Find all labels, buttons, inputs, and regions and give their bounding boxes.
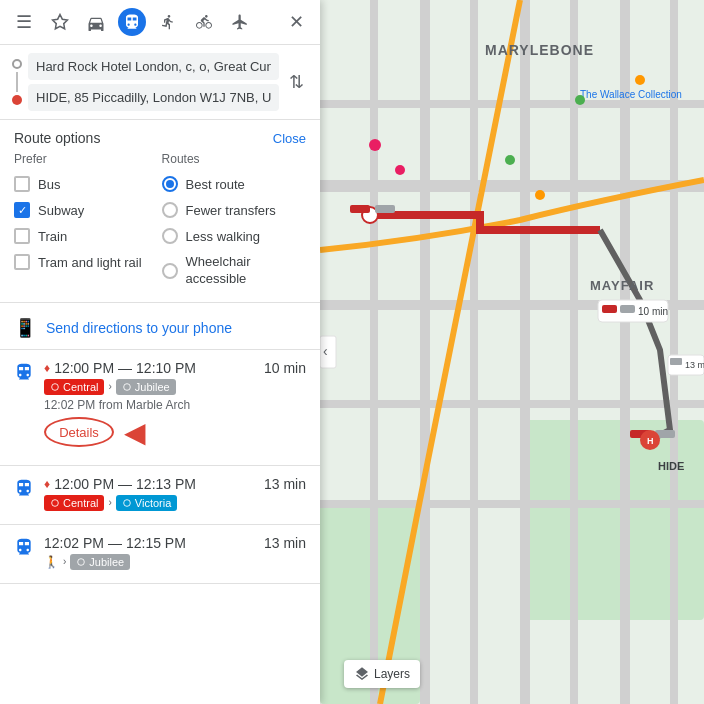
send-directions-button[interactable]: 📱 Send directions to your phone <box>0 307 320 350</box>
map-area: HIDE 10 min 13 m MARYLEBONE MAYFAIR The … <box>320 0 704 704</box>
svg-point-4 <box>123 499 130 506</box>
best-route-label: Best route <box>186 177 245 192</box>
inputs-area: ⇅ <box>0 45 320 120</box>
fewer-transfers-row[interactable]: Fewer transfers <box>162 202 276 218</box>
details-button[interactable]: Details <box>44 417 114 447</box>
map-time-label-2: 13 m <box>685 360 704 370</box>
send-directions-label: Send directions to your phone <box>46 320 232 336</box>
destination-input[interactable] <box>28 84 279 111</box>
svg-text:‹: ‹ <box>323 343 328 359</box>
route-item-2[interactable]: ♦ 12:00 PM — 12:13 PM 13 min Central › V… <box>0 466 320 525</box>
transit-route-icon-3 <box>14 537 34 562</box>
prefer-subway-checkbox[interactable] <box>14 202 30 218</box>
central-line-badge-1: Central <box>44 379 104 395</box>
route-times-2: ♦ 12:00 PM — 12:13 PM <box>44 476 196 492</box>
fewer-transfers-radio[interactable] <box>162 202 178 218</box>
prefer-tram-label: Tram and light rail <box>38 255 142 270</box>
diamond-icon-1: ♦ <box>44 361 50 375</box>
route-depart-1: 12:00 PM <box>54 360 114 376</box>
svg-point-2 <box>123 383 130 390</box>
layers-label: Layers <box>374 667 410 681</box>
explore-icon[interactable] <box>46 8 74 36</box>
route-duration-1: 10 min <box>264 360 306 376</box>
drive-icon[interactable] <box>82 8 110 36</box>
line-arrow-3a: › <box>63 556 66 567</box>
jubilee-line-badge-3: Jubilee <box>70 554 130 570</box>
svg-point-38 <box>535 190 545 200</box>
svg-rect-22 <box>350 205 370 213</box>
dest-dot <box>12 95 22 105</box>
svg-point-5 <box>78 558 85 565</box>
svg-point-1 <box>52 383 59 390</box>
route-lines-2: Central › Victoria <box>44 495 306 511</box>
flight-icon[interactable] <box>226 8 254 36</box>
best-route-row[interactable]: Best route <box>162 176 276 192</box>
svg-point-35 <box>505 155 515 165</box>
svg-rect-23 <box>375 205 395 213</box>
route-dash-1: — <box>118 360 132 376</box>
route-info-2: ♦ 12:00 PM — 12:13 PM 13 min Central › V… <box>44 476 306 514</box>
svg-rect-18 <box>470 0 478 704</box>
layers-button[interactable]: Layers <box>344 660 420 688</box>
svg-rect-29 <box>602 305 617 313</box>
route-times-1: ♦ 12:00 PM — 12:10 PM <box>44 360 196 376</box>
svg-text:HIDE: HIDE <box>658 460 684 472</box>
prefer-label: Prefer <box>14 152 142 166</box>
route-lines-3: 🚶 › Jubilee <box>44 554 306 570</box>
prefer-subway-row[interactable]: Subway <box>14 202 142 218</box>
prefer-train-row[interactable]: Train <box>14 228 142 244</box>
route-item-1[interactable]: ♦ 12:00 PM — 12:10 PM 10 min Central › J… <box>0 350 320 466</box>
route-dash-2: — <box>118 476 132 492</box>
origin-input[interactable] <box>28 53 279 80</box>
svg-point-36 <box>575 95 585 105</box>
svg-point-33 <box>369 139 381 151</box>
best-route-radio[interactable] <box>162 176 178 192</box>
route-depart-3: 12:02 PM <box>44 535 104 551</box>
options-grid: Prefer Bus Subway Train Tram and light r… <box>0 152 320 298</box>
less-walking-radio[interactable] <box>162 228 178 244</box>
walk-icon[interactable] <box>154 8 182 36</box>
route-dash-3: — <box>108 535 122 551</box>
route-options-header: Route options Close <box>0 120 320 152</box>
route-arrive-3: 12:15 PM <box>126 535 186 551</box>
prefer-tram-row[interactable]: Tram and light rail <box>14 254 142 270</box>
route-line <box>16 72 18 92</box>
details-container: Details ◀ <box>44 416 306 449</box>
svg-rect-32 <box>670 358 682 365</box>
less-walking-row[interactable]: Less walking <box>162 228 276 244</box>
prefer-tram-checkbox[interactable] <box>14 254 30 270</box>
fewer-transfers-label: Fewer transfers <box>186 203 276 218</box>
route-time-row-3: 12:02 PM — 12:15 PM 13 min <box>44 535 306 551</box>
menu-icon[interactable]: ☰ <box>10 8 38 36</box>
inputs-fields <box>28 53 279 111</box>
prefer-bus-row[interactable]: Bus <box>14 176 142 192</box>
prefer-bus-checkbox[interactable] <box>14 176 30 192</box>
route-arrive-1: 12:10 PM <box>136 360 196 376</box>
transit-icon[interactable] <box>118 8 146 36</box>
route-lines-1: Central › Jubilee <box>44 379 306 395</box>
victoria-line-badge-2: Victoria <box>116 495 177 511</box>
route-arrive-2: 12:13 PM <box>136 476 196 492</box>
prefer-subway-label: Subway <box>38 203 84 218</box>
close-nav-icon[interactable]: ✕ <box>282 8 310 36</box>
route-depart-2: 12:00 PM <box>54 476 114 492</box>
wheelchair-radio[interactable] <box>162 263 178 279</box>
close-options-button[interactable]: Close <box>273 131 306 146</box>
less-walking-label: Less walking <box>186 229 260 244</box>
swap-button[interactable]: ⇅ <box>285 67 308 97</box>
prefer-train-checkbox[interactable] <box>14 228 30 244</box>
arrow-pointer-icon: ◀ <box>124 416 146 449</box>
top-nav: ☰ ✕ <box>0 0 320 45</box>
routes-col: Routes Best route Fewer transfers Less w… <box>162 152 276 288</box>
routes-label: Routes <box>162 152 276 166</box>
route-times-3: 12:02 PM — 12:15 PM <box>44 535 186 551</box>
jubilee-line-badge-1: Jubilee <box>116 379 176 395</box>
origin-dot <box>12 59 22 69</box>
route-from-1: 12:02 PM from Marble Arch <box>44 398 306 412</box>
wallace-collection-label: The Wallace Collection <box>580 89 682 100</box>
wheelchair-row[interactable]: Wheelchairaccessible <box>162 254 276 288</box>
route-item-3[interactable]: 12:02 PM — 12:15 PM 13 min 🚶 › Jubilee <box>0 525 320 584</box>
prefer-bus-label: Bus <box>38 177 60 192</box>
svg-rect-20 <box>670 0 678 704</box>
bike-icon[interactable] <box>190 8 218 36</box>
